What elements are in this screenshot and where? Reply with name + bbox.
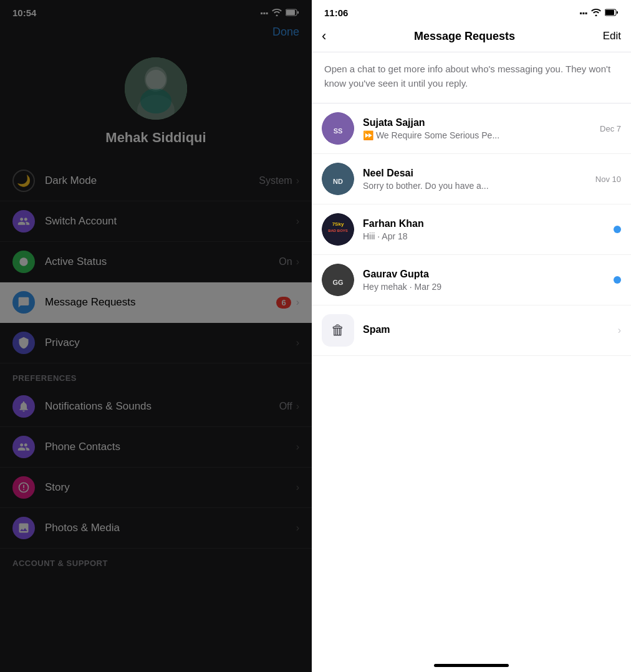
message-item-neel[interactable]: ND Neel Desai Sorry to bother. Do you ha… [312,154,631,204]
message-content-gaurav: Gaurav Gupta Hey mehak · Mar 29 [363,269,609,292]
left-overlay [0,0,312,672]
message-item-spam[interactable]: 🗑 Spam › [312,305,631,356]
time-right: 11:06 [324,7,348,18]
message-meta-neel: Nov 10 [595,175,621,184]
signal-icon-right: ▪▪▪ [579,9,587,17]
info-text: Open a chat to get more info about who's… [312,52,631,103]
spam-chevron-icon: › [618,325,621,336]
svg-rect-12 [605,10,614,15]
message-preview-gaurav: Hey mehak · Mar 29 [363,282,609,292]
svg-text:BAD BOYS: BAD BOYS [328,229,348,233]
message-content-spam: Spam [363,324,608,337]
message-preview-sujata: ⏩ We Require Some Serious Pe... [363,130,595,140]
avatar-spam: 🗑 [322,314,354,347]
svg-text:GG: GG [332,279,343,286]
message-item-farhan[interactable]: 7Sky BAD BOYS Farhan Khan Hiii · Apr 18 [312,204,631,255]
message-meta-farhan [614,226,621,233]
message-date-neel: Nov 10 [595,175,621,184]
message-preview-neel: Sorry to bother. Do you have a... [363,181,590,191]
sender-name-gaurav: Gaurav Gupta [363,269,609,280]
message-content-neel: Neel Desai Sorry to bother. Do you have … [363,168,590,191]
svg-text:ND: ND [333,178,343,185]
message-item-gaurav[interactable]: GG Gaurav Gupta Hey mehak · Mar 29 [312,255,631,305]
svg-text:SS: SS [334,127,343,135]
status-icons-right: ▪▪▪ [579,7,619,18]
sender-name-neel: Neel Desai [363,168,590,179]
back-button[interactable]: ‹ [322,28,326,44]
message-meta-spam: › [613,325,621,336]
nav-title: Message Requests [414,30,515,43]
wifi-icon-right [591,7,601,18]
unread-dot-gaurav [614,276,621,284]
avatar-gaurav: GG [322,264,354,296]
message-preview-farhan: Hiii · Apr 18 [363,231,609,241]
sender-name-sujata: Sujata Sajjan [363,117,595,128]
avatar-farhan: 7Sky BAD BOYS [322,213,354,246]
status-bar-right: 11:06 ▪▪▪ [312,0,631,23]
home-bar [434,664,509,667]
avatar-sujata: SS [322,112,354,145]
message-meta-sujata: Dec 7 [600,124,621,133]
message-content-sujata: Sujata Sajjan ⏩ We Require Some Serious … [363,117,595,140]
sender-name-spam: Spam [363,324,608,335]
svg-text:7Sky: 7Sky [332,221,344,227]
right-panel: 11:06 ▪▪▪ ‹ Message Requests Edi [312,0,631,672]
message-meta-gaurav [614,276,621,284]
left-panel: 10:54 ▪▪▪ [0,0,312,672]
message-date-sujata: Dec 7 [600,124,621,133]
home-indicator [312,656,631,672]
nav-bar: ‹ Message Requests Edit [312,23,631,52]
edit-button[interactable]: Edit [603,30,621,42]
message-content-farhan: Farhan Khan Hiii · Apr 18 [363,218,609,241]
trash-icon: 🗑 [331,322,345,338]
message-item-sujata[interactable]: SS Sujata Sajjan ⏩ We Require Some Serio… [312,103,631,154]
message-list: SS Sujata Sajjan ⏩ We Require Some Serio… [312,103,631,656]
unread-dot-farhan [614,226,621,233]
avatar-neel: ND [322,163,354,195]
battery-icon-right [605,7,619,18]
svg-rect-13 [617,11,618,14]
sender-name-farhan: Farhan Khan [363,218,609,229]
